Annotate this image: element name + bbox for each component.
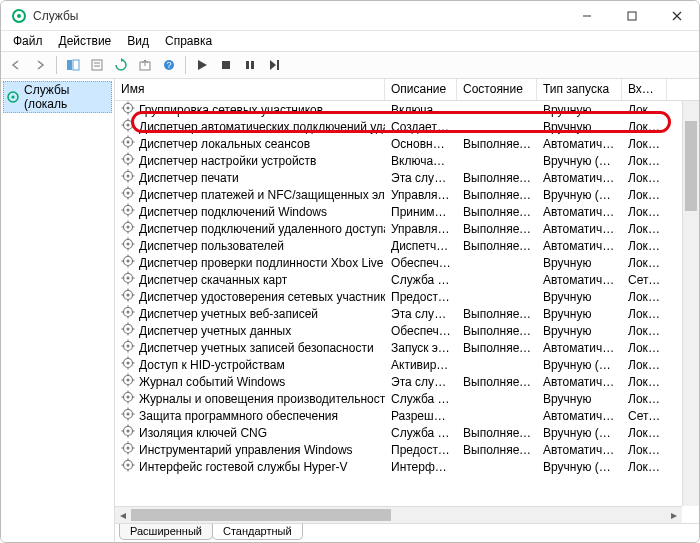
start-service-button[interactable] (191, 54, 213, 76)
service-startup: Автоматиче… (537, 341, 622, 355)
service-row[interactable]: Диспетчер проверки подлинности Xbox Live… (115, 254, 699, 271)
gear-icon (121, 390, 135, 407)
service-state: Выполняется (457, 222, 537, 236)
close-button[interactable] (654, 1, 699, 30)
service-startup: Вручную (ак… (537, 460, 622, 474)
menu-action[interactable]: Действие (51, 32, 120, 50)
service-row[interactable]: Диспетчер платежей и NFC/защищенных элем… (115, 186, 699, 203)
column-header-logon[interactable]: Вход с⌃ (622, 79, 667, 100)
stop-service-button[interactable] (215, 54, 237, 76)
service-name: Защита программного обеспечения (139, 409, 338, 423)
svg-point-51 (127, 192, 130, 195)
service-row[interactable]: Диспетчер учетных записей безопасностиЗа… (115, 339, 699, 356)
service-row[interactable]: Диспетчер подключений WindowsПринимае…Вы… (115, 203, 699, 220)
svg-point-99 (127, 328, 130, 331)
refresh-button[interactable] (110, 54, 132, 76)
service-row[interactable]: Диспетчер пользователейДиспетчер…Выполня… (115, 237, 699, 254)
service-logon: Локал (622, 307, 667, 321)
scroll-left-arrow-icon[interactable]: ◂ (115, 507, 131, 523)
tab-standard[interactable]: Стандартный (212, 524, 303, 540)
svg-point-147 (127, 464, 130, 467)
menu-file[interactable]: Файл (5, 32, 51, 50)
service-name: Диспетчер учетных веб-записей (139, 307, 318, 321)
vertical-scrollbar[interactable] (682, 101, 699, 506)
service-row[interactable]: Диспетчер автоматических подключений уда… (115, 118, 699, 135)
service-state: Выполняется (457, 443, 537, 457)
toolbar-separator (185, 56, 186, 74)
column-header-description[interactable]: Описание (385, 79, 457, 100)
service-startup: Вручную (537, 120, 622, 134)
service-row[interactable]: Диспетчер удостоверения сетевых участник… (115, 288, 699, 305)
scroll-right-arrow-icon[interactable]: ▸ (666, 507, 682, 523)
column-header-state[interactable]: Состояние (457, 79, 537, 100)
column-header-startup[interactable]: Тип запуска (537, 79, 622, 100)
minimize-button[interactable] (564, 1, 609, 30)
tab-extended[interactable]: Расширенный (119, 524, 213, 540)
service-startup: Автоматиче… (537, 137, 622, 151)
service-description: Обеспечи… (385, 256, 457, 270)
service-description: Запуск это… (385, 341, 457, 355)
service-row[interactable]: Защита программного обеспеченияРазрешает… (115, 407, 699, 424)
service-row[interactable]: Инструментарий управления WindowsПредост… (115, 441, 699, 458)
gear-icon (121, 237, 135, 254)
gear-icon (121, 407, 135, 424)
scrollbar-thumb[interactable] (131, 509, 391, 521)
service-state: Выполняется (457, 137, 537, 151)
menu-help[interactable]: Справка (157, 32, 220, 50)
service-startup: Вручную (537, 256, 622, 270)
list-pane: Имя Описание Состояние Тип запуска Вход … (115, 79, 699, 542)
svg-point-33 (127, 141, 130, 144)
tree-node-label: Службы (локаль (24, 83, 109, 111)
service-name: Группировка сетевых участников (139, 103, 323, 117)
service-row[interactable]: Изоляция ключей CNGСлужба из…Выполняется… (115, 424, 699, 441)
column-header-name[interactable]: Имя (115, 79, 385, 100)
service-row[interactable]: Диспетчер локальных сеансовОсновная …Вып… (115, 135, 699, 152)
titlebar: Службы (1, 1, 699, 31)
svg-point-105 (127, 345, 130, 348)
service-row[interactable]: Группировка сетевых участниковВключает …… (115, 101, 699, 118)
gear-icon (121, 288, 135, 305)
service-description: Принимае… (385, 205, 457, 219)
tree-node-services[interactable]: Службы (локаль (3, 81, 112, 113)
svg-rect-8 (92, 60, 102, 70)
service-state: Выполняется (457, 239, 537, 253)
service-row[interactable]: Диспетчер настройки устройствВключает …В… (115, 152, 699, 169)
gear-icon (121, 254, 135, 271)
service-row[interactable]: Диспетчер скачанных картСлужба W…Автомат… (115, 271, 699, 288)
export-button[interactable] (134, 54, 156, 76)
back-button[interactable] (5, 54, 27, 76)
service-state: Выполняется (457, 375, 537, 389)
gear-icon (6, 90, 20, 104)
service-row[interactable]: Диспетчер печатиЭта служб…ВыполняетсяАвт… (115, 169, 699, 186)
svg-point-69 (127, 243, 130, 246)
gear-icon (121, 169, 135, 186)
properties-button[interactable] (86, 54, 108, 76)
service-description: Включает … (385, 154, 457, 168)
help-button[interactable]: ? (158, 54, 180, 76)
service-row[interactable]: Доступ к HID-устройствамАктивируе…Вручну… (115, 356, 699, 373)
service-row[interactable]: Диспетчер учетных данныхОбеспечи…Выполня… (115, 322, 699, 339)
service-name: Журналы и оповещения производительности (139, 392, 385, 406)
main-area: Службы (локаль Имя Описание Состояние Ти… (1, 79, 699, 542)
service-name: Диспетчер автоматических подключений уда… (139, 120, 385, 134)
service-row[interactable]: Диспетчер подключений удаленного доступа… (115, 220, 699, 237)
service-row[interactable]: Интерфейс гостевой службы Hyper-VИнтерфе… (115, 458, 699, 475)
maximize-button[interactable] (609, 1, 654, 30)
service-logon: Локал (622, 392, 667, 406)
scrollbar-thumb[interactable] (685, 121, 697, 211)
service-logon: Локал (622, 460, 667, 474)
service-row[interactable]: Диспетчер учетных веб-записейЭта служб…В… (115, 305, 699, 322)
restart-service-button[interactable] (263, 54, 285, 76)
show-hide-tree-button[interactable] (62, 54, 84, 76)
pause-service-button[interactable] (239, 54, 261, 76)
menu-view[interactable]: Вид (119, 32, 157, 50)
forward-button[interactable] (29, 54, 51, 76)
service-description: Разрешает… (385, 409, 457, 423)
service-description: Служба из… (385, 426, 457, 440)
service-startup: Вручную (ак… (537, 154, 622, 168)
horizontal-scrollbar[interactable]: ◂ ▸ (115, 506, 682, 523)
svg-rect-17 (277, 60, 279, 70)
service-row[interactable]: Журнал событий WindowsЭта служб…Выполняе… (115, 373, 699, 390)
service-row[interactable]: Журналы и оповещения производительностиС… (115, 390, 699, 407)
list-body[interactable]: Группировка сетевых участниковВключает …… (115, 101, 699, 506)
